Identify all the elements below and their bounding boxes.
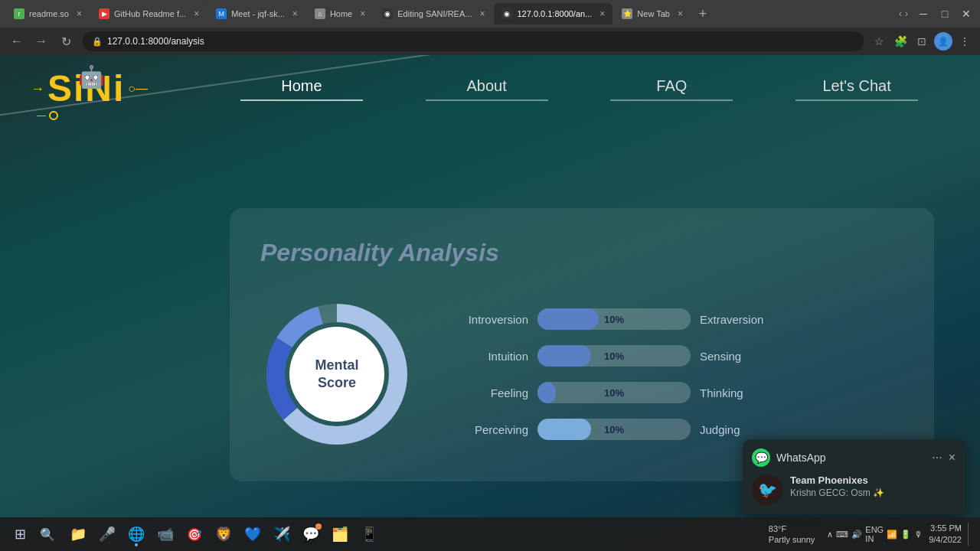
logo-arrow-icon: → bbox=[31, 81, 44, 97]
tab-favicon-meet: M bbox=[216, 8, 227, 19]
reload-button[interactable]: ↻ bbox=[55, 31, 77, 52]
taskbar-vscode-icon[interactable]: 💙 bbox=[239, 520, 266, 548]
extensions-button[interactable]: 🧩 bbox=[891, 32, 910, 51]
tab-github[interactable]: ▶ GitHub Readme f... × bbox=[91, 3, 207, 24]
tab-home[interactable]: ⌂ Home × bbox=[307, 3, 373, 24]
profile-icon[interactable]: 👤 bbox=[934, 32, 952, 51]
taskbar-search-button[interactable]: 🔍 bbox=[34, 520, 61, 548]
taskbar-mic-icon[interactable]: 🎤 bbox=[93, 520, 121, 548]
taskbar-pinned-apps: 📁 🎤 🌐 📹 🎯 🦁 💙 ✈️ 💬 🗂️ 📱 bbox=[64, 520, 383, 548]
bar-label-sensing: Sensing bbox=[700, 350, 769, 363]
tab-close-home[interactable]: × bbox=[360, 8, 365, 19]
nav-about[interactable]: About bbox=[426, 77, 548, 101]
notif-message: Krishn GECG: Osm ✨ bbox=[790, 487, 956, 498]
whatsapp-icon: 💬 bbox=[752, 448, 770, 467]
donut-center-label: Mental Score bbox=[315, 357, 358, 393]
nav-faq[interactable]: FAQ bbox=[610, 77, 733, 101]
taskbar-system-icons: ∧ ⌨ 🔊 ENG IN 📶 🔋 🎙 bbox=[827, 525, 923, 543]
bar-label-extraversion: Extraversion bbox=[700, 313, 769, 326]
tab-favicon-newtab: ⭐ bbox=[622, 8, 632, 19]
back-button[interactable]: ← bbox=[6, 31, 28, 52]
tab-label-meet: Meet - jqf-sk... bbox=[231, 9, 285, 18]
tab-label-readme: readme.so bbox=[29, 9, 69, 18]
analysis-title: Personality Analysis bbox=[260, 239, 903, 267]
taskbar-camera-icon[interactable]: 📹 bbox=[152, 520, 179, 548]
address-text: 127.0.0.1:8000/analysis bbox=[107, 36, 204, 47]
taskbar-telegram-icon[interactable]: ✈️ bbox=[268, 520, 296, 548]
taskbar-volume-icon[interactable]: 🔊 bbox=[851, 530, 862, 540]
taskbar-files-icon[interactable]: 🗂️ bbox=[326, 520, 354, 548]
notif-more-icon[interactable]: ··· bbox=[932, 451, 942, 465]
taskbar-wifi-icon[interactable]: 📶 bbox=[887, 530, 897, 540]
notif-actions[interactable]: ··· × bbox=[932, 451, 956, 465]
tab-close-editing[interactable]: × bbox=[479, 8, 485, 19]
tab-newtab[interactable]: ⭐ New Tab × bbox=[614, 3, 691, 24]
close-button[interactable]: ✕ bbox=[959, 6, 974, 21]
tab-close-readme[interactable]: × bbox=[77, 8, 82, 19]
taskbar-app-icon[interactable]: 📱 bbox=[355, 520, 383, 548]
minimize-button[interactable]: ─ bbox=[916, 6, 931, 21]
taskbar-time[interactable]: 3:55 PM 9/4/2022 bbox=[929, 523, 962, 546]
notif-avatar: 🐦 bbox=[752, 474, 782, 505]
tab-close-newtab[interactable]: × bbox=[678, 8, 683, 19]
bar-label-thinking: Thinking bbox=[700, 386, 769, 399]
tab-meet[interactable]: M Meet - jqf-sk... × bbox=[208, 3, 305, 24]
bar-track-feeling: 10% bbox=[537, 382, 691, 403]
bar-label-judging: Judging bbox=[700, 423, 769, 436]
taskbar-weather: 83°F Partly sunny bbox=[769, 523, 815, 546]
tab-favicon-editing: ◉ bbox=[382, 8, 393, 19]
maximize-button[interactable]: □ bbox=[937, 6, 952, 21]
bar-row-introversion: Introversion 10% Extraversion bbox=[459, 308, 903, 330]
notification-dot bbox=[315, 523, 322, 530]
logo-sub-decoration: — bbox=[37, 110, 58, 121]
tab-readme[interactable]: r readme.so × bbox=[6, 3, 90, 24]
notif-app-name: WhatsApp bbox=[776, 452, 826, 464]
tab-close-analysis[interactable]: × bbox=[599, 8, 605, 19]
tab-favicon-analysis: ◉ bbox=[501, 8, 512, 19]
weather-desc: Partly sunny bbox=[769, 534, 815, 545]
site-navigation: → SiNi 🤖 ○— — Home About FAQ Let's Chat bbox=[0, 55, 980, 122]
nav-home[interactable]: Home bbox=[240, 77, 363, 101]
tab-editing[interactable]: ◉ Editing SANI/REA... × bbox=[374, 3, 492, 24]
taskbar-whatsapp-icon[interactable]: 💬 bbox=[297, 520, 325, 548]
taskbar-chrome-icon[interactable]: 🌐 bbox=[122, 520, 150, 548]
tab-label-home: Home bbox=[330, 9, 352, 18]
tab-label-analysis: 127.0.0.1:8000/an... bbox=[517, 9, 592, 18]
bar-pct-feeling: 10% bbox=[537, 382, 691, 403]
tab-close-github[interactable]: × bbox=[194, 8, 199, 19]
forward-button[interactable]: → bbox=[31, 31, 52, 52]
notif-close-icon[interactable]: × bbox=[949, 451, 956, 465]
logo-robot-icon: 🤖 bbox=[78, 64, 105, 90]
nav-links: Home About FAQ Let's Chat bbox=[209, 77, 949, 101]
taskbar-up-arrow[interactable]: ∧ bbox=[827, 530, 833, 540]
weather-temp: 83°F bbox=[769, 523, 815, 534]
taskbar-show-desktop[interactable] bbox=[968, 523, 974, 546]
bar-pct-introversion: 10% bbox=[537, 308, 691, 330]
tab-scroll-arrows[interactable]: ‹› bbox=[899, 8, 908, 19]
notif-header: 💬 WhatsApp ··· × bbox=[752, 448, 956, 467]
taskbar-explorer-icon[interactable]: 📁 bbox=[64, 520, 92, 548]
date-display: 9/4/2022 bbox=[929, 534, 962, 546]
tab-analysis[interactable]: ◉ 127.0.0.1:8000/an... × bbox=[494, 3, 612, 24]
start-button[interactable]: ⊞ bbox=[6, 520, 34, 548]
new-tab-button[interactable]: + bbox=[692, 3, 714, 24]
tab-label-github: GitHub Readme f... bbox=[114, 9, 186, 18]
bookmark-button[interactable]: ☆ bbox=[870, 32, 888, 51]
browser-nav-buttons: ← → ↻ bbox=[6, 31, 77, 52]
split-view-button[interactable]: ⊡ bbox=[913, 32, 931, 51]
menu-button[interactable]: ⋮ bbox=[956, 32, 974, 51]
bar-pct-intuition: 10% bbox=[537, 345, 691, 367]
nav-lets-chat[interactable]: Let's Chat bbox=[795, 77, 918, 101]
tab-label-editing: Editing SANI/REA... bbox=[397, 9, 472, 18]
bars-section: Introversion 10% Extraversion Intuition … bbox=[459, 308, 903, 440]
bar-label-perceiving: Perceiving bbox=[459, 423, 528, 436]
taskbar-red-icon[interactable]: 🎯 bbox=[181, 520, 208, 548]
tab-close-meet[interactable]: × bbox=[292, 8, 298, 19]
tab-favicon-readme: r bbox=[14, 8, 24, 19]
bar-row-perceiving: Perceiving 10% Judging bbox=[459, 419, 903, 440]
taskbar-keyboard-icon: ⌨ bbox=[836, 530, 848, 540]
address-bar[interactable]: 🔒 127.0.0.1:8000/analysis bbox=[83, 31, 864, 51]
taskbar-brave-icon[interactable]: 🦁 bbox=[210, 520, 237, 548]
bar-label-intuition: Intuition bbox=[459, 350, 528, 363]
notif-text: Team Phoenixes Krishn GECG: Osm ✨ bbox=[790, 474, 956, 498]
